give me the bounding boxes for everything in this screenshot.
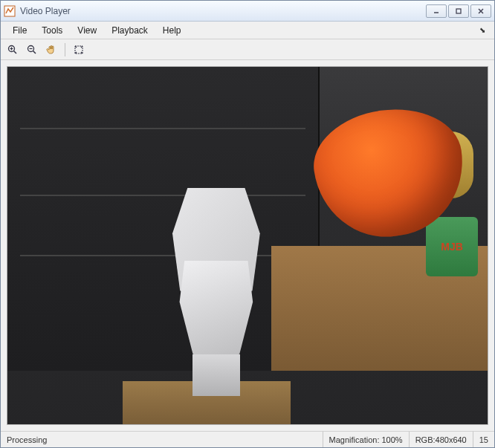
- scene-green-can: MJB: [426, 217, 478, 276]
- close-button[interactable]: [470, 4, 491, 18]
- status-format: RGB:480x640: [410, 432, 473, 447]
- status-frame-number: 15: [473, 432, 494, 447]
- titlebar: Video Player: [1, 1, 494, 22]
- zoom-in-button[interactable]: [4, 42, 22, 58]
- scene-can-label: MJB: [441, 241, 463, 253]
- status-text: Processing: [1, 432, 323, 447]
- menu-view[interactable]: View: [70, 23, 104, 38]
- zoom-out-icon: [26, 44, 38, 56]
- toolbar-overflow-icon[interactable]: ⬊: [475, 24, 490, 36]
- fit-icon: [73, 44, 85, 56]
- fit-to-window-button[interactable]: [70, 42, 88, 58]
- hand-icon: [45, 44, 57, 56]
- window-title: Video Player: [20, 6, 426, 16]
- menubar: File Tools View Playback Help ⬊: [1, 22, 494, 39]
- toolbar-separator: [65, 43, 65, 56]
- zoom-out-button[interactable]: [23, 42, 41, 58]
- video-frame-image: MJB: [7, 67, 488, 424]
- menu-tools[interactable]: Tools: [34, 23, 70, 38]
- scene-head-sculpture: [142, 188, 291, 396]
- menu-file[interactable]: File: [5, 23, 34, 38]
- menu-playback[interactable]: Playback: [104, 23, 155, 38]
- svg-line-4: [14, 51, 17, 53]
- statusbar: Processing Magnification: 100% RGB:480x6…: [1, 431, 494, 447]
- minimize-button[interactable]: [426, 4, 447, 18]
- window-controls: [426, 4, 491, 18]
- svg-rect-2: [456, 9, 461, 13]
- svg-line-8: [33, 51, 36, 53]
- toolbar: [1, 39, 494, 60]
- app-icon: [4, 5, 16, 17]
- zoom-in-icon: [7, 44, 19, 56]
- app-window: Video Player File Tools View Playback He…: [0, 0, 495, 448]
- pan-button[interactable]: [42, 42, 60, 58]
- status-magnification[interactable]: Magnification: 100%: [323, 432, 410, 447]
- menu-help[interactable]: Help: [155, 23, 189, 38]
- content-area: MJB: [1, 60, 494, 431]
- maximize-button[interactable]: [448, 4, 469, 18]
- video-viewport[interactable]: MJB: [7, 66, 488, 425]
